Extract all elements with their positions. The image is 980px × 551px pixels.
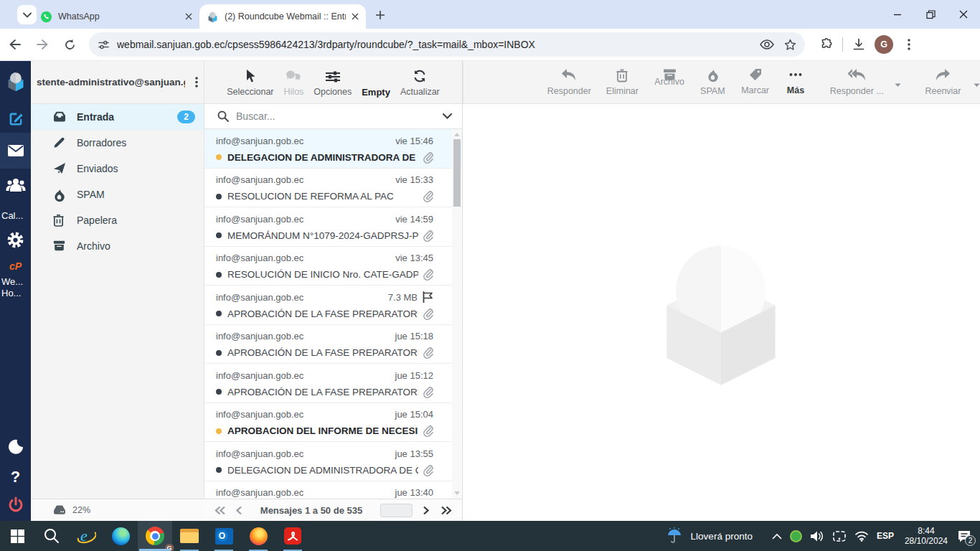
threads-button[interactable]: Hilos (284, 67, 304, 97)
forward-button[interactable] (30, 32, 55, 57)
taskbar-ie-button[interactable]: e (69, 521, 103, 551)
message-row[interactable]: info@sanjuan.gob.ecjue 13:55 DELEGACION … (204, 442, 462, 481)
help-button[interactable]: ? (0, 467, 31, 487)
message-row[interactable]: info@sanjuan.gob.ecvie 13:45 RESOLUCIÓN … (204, 247, 462, 286)
first-page-icon[interactable] (215, 506, 226, 515)
contacts-nav-button[interactable] (0, 174, 31, 196)
calendar-nav-label[interactable]: Cal... (1, 210, 23, 221)
next-page-icon[interactable] (423, 506, 429, 515)
cpanel-logo[interactable]: cP (0, 259, 31, 273)
message-row[interactable]: info@sanjuan.gob.ecjue 15:12 APROBACIÓN … (204, 364, 462, 403)
downloads-icon[interactable] (847, 33, 870, 56)
url-bar[interactable]: webmail.sanjuan.gob.ec/cpsess5986424213/… (89, 32, 805, 57)
dark-mode-button[interactable] (0, 437, 31, 457)
minimize-button[interactable] (881, 0, 914, 29)
taskbar-outlook-button[interactable] (207, 521, 241, 551)
spam-button[interactable]: SPAM (696, 67, 729, 96)
bookmark-star-icon[interactable] (784, 39, 796, 51)
search-options-chevron-icon[interactable] (443, 113, 452, 119)
page-number-input[interactable] (380, 504, 413, 517)
browser-titlebar: WhatsApp (2) Roundcube Webmail :: Entra (0, 0, 980, 29)
back-button[interactable] (3, 32, 27, 57)
refresh-button[interactable]: Actualizar (400, 67, 440, 97)
site-info-icon[interactable] (98, 39, 110, 51)
message-row[interactable]: info@sanjuan.gob.ecvie 14:59 MEMORÁNDUM … (204, 207, 462, 247)
select-button[interactable]: Seleccionar (227, 67, 273, 97)
profile-avatar[interactable]: G (875, 35, 893, 54)
more-button[interactable]: Más (781, 67, 811, 95)
mail-nav-button[interactable] (0, 133, 31, 169)
list-scrollbar[interactable] (452, 129, 461, 499)
message-row[interactable]: info@sanjuan.gob.ecvie 15:33 RESOLUCION … (204, 169, 462, 208)
forward-button[interactable]: Reenviar (920, 67, 966, 96)
folder-inbox[interactable]: Entrada 2 (31, 104, 204, 130)
message-row[interactable]: info@sanjuan.gob.ec7.3 MB APROBACIÓN DE … (204, 286, 462, 325)
taskbar-tray: Lloverá pronto ESP 8:44 28/10/2024 2 (666, 526, 980, 546)
tab-close-icon[interactable] (185, 13, 192, 20)
keyboard-language[interactable]: ESP (877, 531, 894, 541)
folder-trash[interactable]: Papelera (31, 207, 204, 233)
webmail-home-label-1[interactable]: We... (1, 276, 23, 287)
tab-whatsapp[interactable]: WhatsApp (33, 4, 199, 29)
clock[interactable]: 8:44 28/10/2024 (905, 526, 948, 546)
firefox-icon (250, 527, 268, 545)
message-row[interactable]: info@sanjuan.gob.ecvie 15:46 DELEGACION … (204, 129, 462, 169)
quota-percent: 22% (72, 505, 90, 515)
last-page-icon[interactable] (440, 506, 452, 515)
antivirus-tray-icon[interactable] (790, 530, 802, 542)
cast-icon[interactable] (832, 530, 847, 542)
taskbar-explorer-button[interactable] (172, 521, 207, 551)
compose-button[interactable] (0, 108, 31, 130)
folder-archive[interactable]: Archivo (31, 233, 204, 259)
scrollbar-thumb[interactable] (453, 139, 461, 207)
reply-all-caret-icon[interactable] (895, 83, 901, 88)
start-button[interactable] (0, 521, 34, 551)
mark-button[interactable]: Marcar (737, 67, 774, 95)
account-menu-icon[interactable] (195, 77, 198, 88)
forward-caret-icon[interactable] (974, 83, 980, 88)
screen: WhatsApp (2) Roundcube Webmail :: Entra (0, 0, 980, 551)
folder-sent[interactable]: Enviados (31, 156, 204, 182)
reload-button[interactable] (57, 32, 82, 57)
taskbar-edge-button[interactable] (103, 521, 138, 551)
tray-expand-chevron-icon[interactable] (772, 533, 782, 540)
prev-page-icon[interactable] (236, 506, 242, 515)
folders-panel: stente-administrativo@sanjuan.gob.ec Ent… (31, 61, 204, 521)
weather-text[interactable]: Lloverá pronto (691, 531, 753, 542)
extensions-icon[interactable] (815, 33, 838, 56)
roundcube-logo[interactable] (0, 68, 31, 94)
archive-button[interactable]: Archivo (650, 67, 689, 87)
empty-button[interactable]: Empty (362, 67, 390, 98)
settings-nav-button[interactable] (0, 229, 31, 250)
options-button[interactable]: Opciones (314, 67, 352, 97)
forward-icon (934, 67, 951, 83)
account-header[interactable]: stente-administrativo@sanjuan.gob.ec (31, 61, 204, 104)
message-row[interactable]: info@sanjuan.gob.ecjue 13:40 (204, 481, 462, 499)
taskbar-firefox-button[interactable] (241, 521, 275, 551)
taskbar-acrobat-button[interactable] (275, 521, 310, 551)
taskbar-search-button[interactable] (34, 521, 69, 551)
logout-button[interactable] (0, 494, 31, 516)
notification-center-button[interactable]: 2 (956, 527, 973, 545)
restore-button[interactable] (914, 0, 947, 29)
message-row[interactable]: info@sanjuan.gob.ecjue 15:04 APROBACION … (204, 403, 462, 443)
delete-button[interactable]: Eliminar (602, 67, 644, 96)
close-button[interactable] (947, 0, 980, 29)
message-row[interactable]: info@sanjuan.gob.ecjue 15:18 APROBACIÓN … (204, 325, 462, 364)
reading-mode-icon[interactable] (760, 39, 774, 50)
browser-menu-icon[interactable] (897, 33, 920, 56)
scroll-down-arrow[interactable] (454, 491, 460, 495)
search-bar[interactable]: Buscar... (204, 104, 462, 129)
webmail-home-label-2[interactable]: Ho... (1, 288, 21, 298)
tab-roundcube[interactable]: (2) Roundcube Webmail :: Entra (199, 4, 366, 29)
scroll-up-arrow[interactable] (454, 133, 460, 136)
taskbar-chrome-button[interactable]: G (138, 521, 172, 551)
volume-icon[interactable] (810, 530, 824, 542)
reply-all-button[interactable]: Responder ... (826, 67, 887, 96)
new-tab-button[interactable] (372, 6, 389, 24)
reply-button[interactable]: Responder (544, 67, 595, 96)
wifi-icon[interactable] (854, 530, 869, 542)
folder-spam[interactable]: SPAM (31, 182, 204, 207)
tab-close-icon[interactable] (352, 13, 359, 20)
folder-drafts[interactable]: Borradores (31, 130, 204, 156)
